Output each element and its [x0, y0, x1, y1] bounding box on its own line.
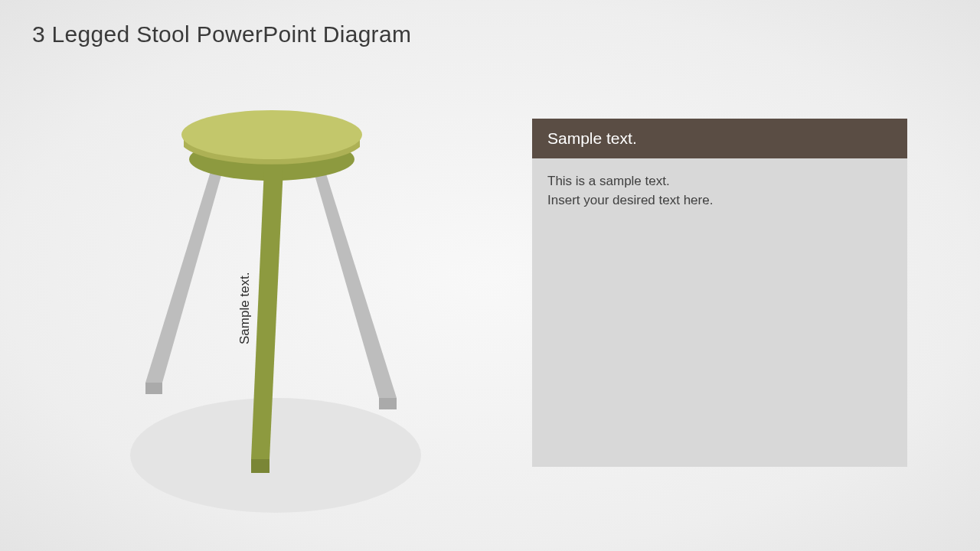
svg-marker-1 [145, 383, 162, 394]
stool-leg-back-left [145, 159, 226, 394]
stool-diagram: Sample text. [100, 92, 452, 520]
svg-marker-0 [145, 159, 226, 383]
svg-marker-2 [310, 159, 397, 398]
svg-marker-3 [379, 398, 397, 409]
text-panel: Sample text. This is a sample text. Inse… [532, 119, 907, 467]
stool-leg-front [251, 168, 283, 473]
panel-header: Sample text. [532, 119, 907, 158]
page-title: 3 Legged Stool PowerPoint Diagram [32, 21, 411, 47]
stool-svg [100, 92, 452, 520]
stool-leg-label: Sample text. [237, 272, 253, 345]
svg-marker-5 [251, 459, 270, 473]
stool-leg-back-right [310, 159, 397, 409]
panel-body: This is a sample text. Insert your desir… [532, 158, 907, 223]
seat-top [181, 110, 362, 159]
svg-marker-4 [251, 168, 283, 459]
